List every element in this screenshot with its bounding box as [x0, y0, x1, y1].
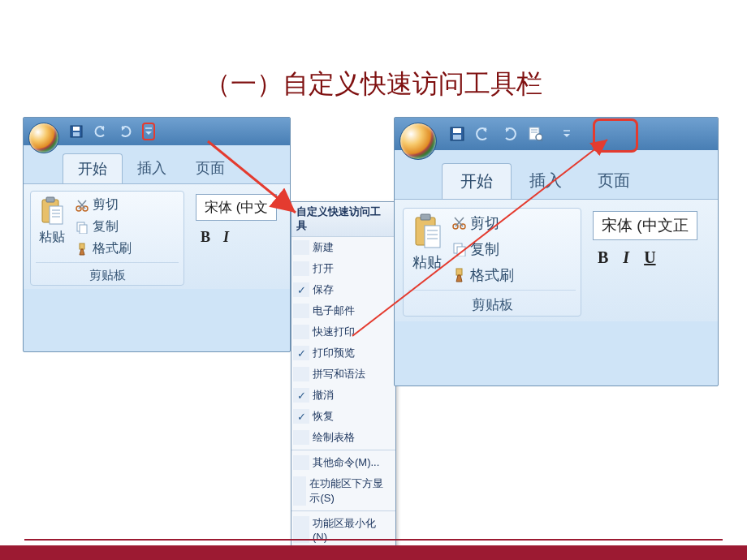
format-painter-button[interactable]: 格式刷	[452, 264, 514, 286]
quick-access-toolbar-right	[450, 125, 573, 143]
more-commands-label: 其他命令(M)...	[313, 455, 379, 470]
checkmark-icon: ✓	[293, 346, 309, 360]
print-preview-icon[interactable]	[528, 127, 542, 141]
dropdown-item[interactable]: 绘制表格	[291, 427, 395, 448]
svg-rect-16	[80, 243, 84, 249]
copy-button[interactable]: 复制	[75, 217, 132, 237]
highlight-box-right	[593, 118, 638, 153]
svg-rect-28	[425, 226, 440, 248]
format-painter-label: 格式刷	[93, 240, 132, 257]
show-below-item[interactable]: 在功能区下方显示(S)	[291, 473, 395, 509]
dropdown-item[interactable]: 拼写和语法	[291, 364, 395, 385]
save-icon[interactable]	[450, 127, 464, 141]
dropdown-item[interactable]: 快速打印	[291, 321, 395, 342]
svg-rect-27	[421, 214, 430, 220]
cut-label: 剪切	[93, 196, 119, 213]
paste-label: 粘贴	[412, 252, 442, 272]
svg-rect-19	[453, 135, 461, 140]
dropdown-item-label: 绘制表格	[313, 430, 355, 445]
paste-icon	[412, 213, 443, 251]
dropdown-item[interactable]: ✓恢复	[291, 406, 395, 427]
footer-divider	[24, 539, 723, 541]
more-commands-item[interactable]: 其他命令(M)...	[291, 452, 395, 473]
underline-button[interactable]: U	[644, 248, 655, 267]
redo-icon[interactable]	[118, 124, 132, 139]
format-painter-label: 格式刷	[470, 265, 514, 285]
show-below-label: 在功能区下方显示(S)	[309, 476, 391, 506]
title-bar-right	[395, 118, 718, 150]
svg-point-23	[536, 134, 542, 140]
svg-rect-37	[457, 247, 465, 256]
clipboard-group-left: 粘贴 剪切 复制 格式刷	[30, 191, 184, 286]
undo-icon[interactable]	[476, 127, 490, 141]
copy-icon	[75, 220, 89, 235]
dropdown-item[interactable]: ✓打印预览	[291, 342, 395, 364]
office-window-before: 开始 插入 页面 粘贴 剪切	[23, 117, 291, 352]
brush-icon	[452, 268, 467, 282]
tab-insert[interactable]: 插入	[512, 163, 580, 199]
clipboard-group-right: 粘贴 剪切 复制 格式刷	[403, 208, 581, 317]
dropdown-item-label: 快速打印	[313, 325, 355, 339]
ribbon-body-right: 粘贴 剪切 复制 格式刷	[395, 199, 718, 321]
dropdown-title: 自定义快速访问工具	[291, 202, 395, 237]
font-family-combo-right[interactable]: 宋体 (中文正	[593, 211, 697, 240]
tab-insert[interactable]: 插入	[123, 153, 181, 183]
ribbon-tabs-right: 开始 插入 页面	[395, 163, 718, 199]
svg-rect-5	[46, 197, 54, 202]
office-button-right[interactable]	[399, 123, 437, 160]
minimize-ribbon-item[interactable]: 功能区最小化(N)	[291, 513, 395, 546]
tab-home[interactable]: 开始	[442, 163, 512, 199]
copy-label: 复制	[470, 239, 499, 259]
dropdown-item[interactable]: ✓保存	[291, 279, 395, 300]
svg-rect-18	[453, 128, 461, 133]
undo-icon[interactable]	[93, 124, 108, 139]
save-icon[interactable]	[69, 124, 84, 139]
checkmark-icon	[293, 240, 309, 255]
dropdown-item-label: 新建	[313, 240, 334, 255]
font-family-combo-left[interactable]: 宋体 (中文	[196, 194, 277, 221]
dropdown-item-label: 电子邮件	[313, 304, 355, 318]
ribbon-body-left: 粘贴 剪切 复制 格式刷	[24, 183, 290, 289]
font-group-right: 宋体 (中文正 B I U	[589, 208, 701, 317]
dropdown-item-label: 撤消	[313, 388, 334, 403]
checkmark-icon	[293, 367, 309, 381]
tab-layout[interactable]: 页面	[181, 153, 240, 183]
qat-customize-button-left[interactable]	[142, 123, 155, 140]
italic-button[interactable]: I	[623, 248, 629, 267]
qat-customize-menu: 自定义快速访问工具 新建打开✓保存电子邮件快速打印✓打印预览拼写和语法✓撤消✓恢…	[291, 201, 396, 547]
dropdown-item[interactable]: 新建	[291, 237, 395, 258]
brush-icon	[75, 242, 89, 256]
paste-icon	[39, 196, 65, 227]
bold-button[interactable]: B	[598, 248, 608, 267]
paste-button[interactable]: 粘贴	[408, 212, 446, 274]
dropdown-item-label: 打印预览	[313, 346, 355, 360]
clipboard-group-label-right: 剪贴板	[408, 290, 576, 314]
cut-label: 剪切	[470, 213, 499, 233]
tab-home[interactable]: 开始	[63, 153, 123, 183]
dropdown-item[interactable]: 打开	[291, 258, 395, 279]
svg-rect-1	[73, 127, 80, 131]
checkmark-icon: ✓	[293, 388, 309, 403]
dropdown-item[interactable]: 电子邮件	[291, 300, 395, 321]
cut-button[interactable]: 剪切	[452, 212, 514, 235]
dropdown-item-label: 拼写和语法	[313, 367, 365, 381]
dropdown-item-label: 打开	[313, 261, 334, 276]
qat-customize-button-right[interactable]	[560, 125, 573, 143]
italic-button[interactable]: I	[223, 229, 229, 246]
scissors-icon	[452, 216, 467, 230]
svg-rect-2	[73, 132, 80, 136]
dropdown-item[interactable]: ✓撤消	[291, 385, 395, 406]
slide-title: （一）自定义快速访问工具栏	[0, 0, 747, 117]
copy-icon	[452, 242, 467, 256]
office-button[interactable]	[28, 123, 59, 153]
format-painter-button[interactable]: 格式刷	[75, 239, 132, 259]
copy-button[interactable]: 复制	[452, 238, 514, 261]
bold-button[interactable]: B	[201, 229, 210, 246]
tab-layout[interactable]: 页面	[580, 163, 648, 199]
checkmark-icon	[293, 430, 309, 445]
font-group-left: 宋体 (中文 B I	[192, 191, 280, 286]
cut-button[interactable]: 剪切	[75, 195, 132, 215]
redo-icon[interactable]	[502, 127, 516, 141]
title-bar-left	[24, 118, 290, 145]
paste-button[interactable]: 粘贴	[36, 195, 68, 248]
